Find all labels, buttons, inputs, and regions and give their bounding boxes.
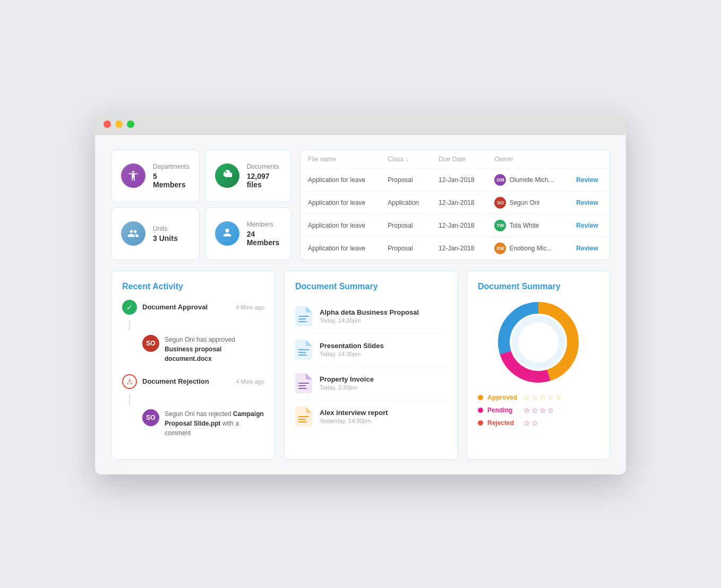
cell-action[interactable]: Review <box>569 237 610 260</box>
cell-owner: OM Olumide Mich... <box>487 168 569 191</box>
doc-time: Yesterday, 14:30pm <box>320 418 447 424</box>
approval-user: Segun Oni <box>165 336 195 343</box>
activity-title-rejection: Document Rejection <box>142 377 230 385</box>
doc-summary-list-title: Document Summary <box>295 282 447 291</box>
cell-action[interactable]: Review <box>569 191 610 214</box>
doc-list-item[interactable]: Alex interview report Yesterday, 14:30pm <box>295 400 447 433</box>
svg-rect-8 <box>298 388 307 389</box>
col-class: Class ↓ <box>380 150 431 169</box>
cell-filename: Application for leave <box>301 214 380 237</box>
svg-rect-2 <box>298 321 307 322</box>
table-row: Application for leave Proposal 12-Jan-20… <box>301 214 610 237</box>
doc-summary-chart-title: Document Summary <box>478 282 599 291</box>
review-button[interactable]: Review <box>576 199 598 206</box>
close-button[interactable] <box>104 120 111 128</box>
cell-duedate: 12-Jan-2018 <box>431 214 487 237</box>
doc-info: Presentation Slides Today, 14:30pm <box>320 342 447 357</box>
departments-value: 5 Members <box>153 172 190 189</box>
recent-activity-panel: Recent Activity ✓ Document Approval 4 Mi… <box>111 271 276 460</box>
cell-owner: EM Enobong Mic... <box>487 237 569 260</box>
top-row: Departments 5 Members Documents 12,097 f… <box>111 150 610 260</box>
doc-info: Alex interview report Yesterday, 14:30pm <box>320 409 447 424</box>
rejection-icon: ⚠ <box>122 374 137 389</box>
stat-card-documents[interactable]: Documents 12,097 files <box>205 150 291 202</box>
doc-time: Today, 2:30pm <box>320 384 447 391</box>
legend-dot-pending <box>478 408 483 413</box>
svg-rect-4 <box>298 352 306 353</box>
doc-summary-chart-panel: Document Summary <box>467 271 610 460</box>
members-value: 24 Members <box>247 230 281 247</box>
stat-card-departments[interactable]: Departments 5 Members <box>111 150 200 202</box>
main-content: Departments 5 Members Documents 12,097 f… <box>95 135 626 474</box>
cell-action[interactable]: Review <box>569 168 610 191</box>
departments-icon <box>121 163 145 188</box>
star-p3: ☆ <box>539 406 546 414</box>
svg-rect-11 <box>298 421 307 422</box>
cell-owner: SO Segun Oni <box>487 191 569 214</box>
activity-body-rejection: SO Segun Oni has rejected Campaign Propo… <box>122 409 264 438</box>
review-button[interactable]: Review <box>576 222 598 229</box>
star-p1: ☆ <box>523 406 530 414</box>
recent-activity-title: Recent Activity <box>122 282 264 291</box>
star-p2: ☆ <box>531 406 538 414</box>
cell-owner: TW Tola White <box>487 214 569 237</box>
doc-list-item[interactable]: Presentation Slides Today, 14:30pm <box>295 333 447 367</box>
cell-filename: Application for leave <box>301 168 380 191</box>
svg-rect-5 <box>298 354 307 356</box>
star-r1: ☆ <box>523 419 530 427</box>
activity-header-rejection: ⚠ Document Rejection 4 Mins ago <box>122 374 264 389</box>
members-label: Members <box>247 221 281 228</box>
approval-icon: ✓ <box>122 300 137 315</box>
minimize-button[interactable] <box>115 120 123 128</box>
donut-chart-container <box>478 300 599 385</box>
legend-dot-approved <box>478 395 483 400</box>
activity-item-approval: ✓ Document Approval 4 Mins ago SO Segun … <box>122 300 264 364</box>
table-row: Application for leave Proposal 12-Jan-20… <box>301 168 610 191</box>
star-3: ☆ <box>539 393 546 402</box>
doc-file-icon <box>295 340 312 360</box>
units-value: 3 Units <box>153 234 190 243</box>
donut-chart <box>496 300 581 385</box>
doc-list-item[interactable]: Alpha deta Business Proposal Today, 14:3… <box>295 300 447 333</box>
stars-rejected: ☆ ☆ <box>523 419 538 427</box>
members-info: Members 24 Members <box>247 221 281 247</box>
stat-cards-grid: Departments 5 Members Documents 12,097 f… <box>111 150 291 260</box>
cell-class: Proposal <box>380 214 431 237</box>
cell-class: Application <box>380 191 431 214</box>
activity-text-rejection: Segun Oni has rejected Campaign Proposal… <box>165 409 264 438</box>
svg-point-16 <box>515 319 562 366</box>
documents-icon <box>215 163 239 188</box>
activity-body-approval: SO Segun Oni has approved Business propo… <box>122 335 264 364</box>
svg-rect-7 <box>298 385 306 386</box>
star-2: ☆ <box>531 393 538 402</box>
doc-name: Presentation Slides <box>320 342 447 350</box>
review-button[interactable]: Review <box>576 176 598 184</box>
activity-text-approval: Segun Oni has approved Business proposal… <box>165 335 264 364</box>
cell-duedate: 12-Jan-2018 <box>431 237 487 260</box>
doc-info: Alpha deta Business Proposal Today, 14:3… <box>320 308 447 324</box>
cell-class: Proposal <box>380 168 431 191</box>
maximize-button[interactable] <box>127 120 134 128</box>
cell-action[interactable]: Review <box>569 214 610 237</box>
svg-rect-10 <box>298 419 306 420</box>
activity-header-approval: ✓ Document Approval 4 Mins ago <box>122 300 264 315</box>
review-button[interactable]: Review <box>576 245 598 252</box>
doc-time: Today, 14:30pm <box>320 351 447 357</box>
stars-approved: ☆ ☆ ☆ ☆ ☆ <box>523 393 562 402</box>
doc-name: Property Invoice <box>320 375 447 383</box>
star-4: ☆ <box>547 393 554 402</box>
table-row: Application for leave Proposal 12-Jan-20… <box>301 237 610 260</box>
avatar-segun-rejection: SO <box>142 409 159 426</box>
cell-duedate: 12-Jan-2018 <box>431 168 487 191</box>
file-table-container: File name Class ↓ Due Date Owner Applica… <box>300 150 610 260</box>
legend-label-rejected: Rejected <box>487 419 519 427</box>
cell-filename: Application for leave <box>301 237 380 260</box>
divider-approval <box>129 320 130 331</box>
doc-time: Today, 14:30pm <box>320 317 447 324</box>
stat-card-members[interactable]: Members 24 Members <box>205 207 291 260</box>
stat-card-units[interactable]: Units 3 Units <box>111 207 200 260</box>
doc-list-item[interactable]: Property Invoice Today, 2:30pm <box>295 367 447 400</box>
doc-file-icon <box>295 407 312 427</box>
svg-rect-0 <box>298 316 309 317</box>
activity-item-rejection: ⚠ Document Rejection 4 Mins ago SO Segun… <box>122 374 264 438</box>
